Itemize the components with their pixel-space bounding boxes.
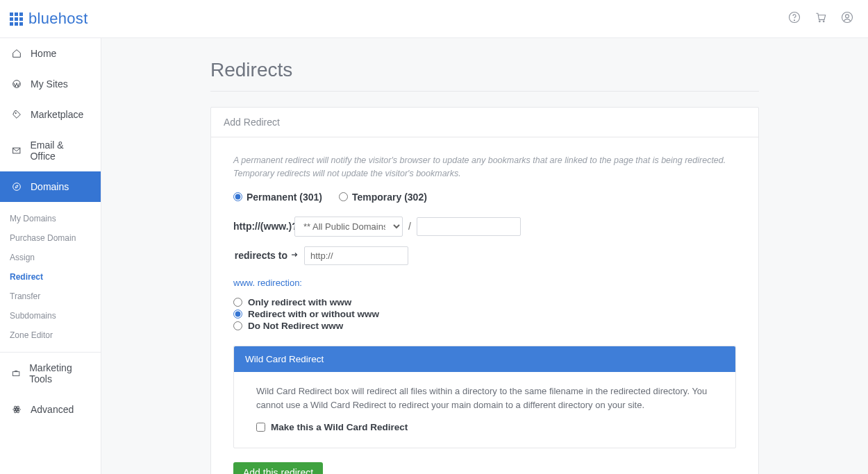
title-divider	[210, 91, 759, 92]
wildcard-header: Wild Card Redirect	[234, 346, 735, 372]
svg-point-2	[819, 21, 821, 22]
svg-point-9	[13, 183, 21, 191]
svg-point-7	[15, 112, 16, 113]
wildcard-box: Wild Card Redirect Wild Card Redirect bo…	[233, 346, 736, 448]
sidebar-item-label: Home	[31, 48, 56, 59]
source-row: http://(www.)? ** All Public Domains ** …	[233, 217, 736, 237]
briefcase-icon	[11, 368, 21, 379]
wildcard-checkbox-row[interactable]: Make this a Wild Card Redirect	[256, 422, 713, 432]
subnav-purchase-domain[interactable]: Purchase Domain	[10, 228, 101, 248]
sidebar-item-advanced[interactable]: Advanced	[0, 394, 101, 425]
redirects-to-text: redirects to	[235, 250, 287, 261]
radio-permanent-label: Permanent (301)	[247, 192, 322, 203]
svg-point-11	[16, 409, 18, 411]
sidebar-item-label: Marketing Tools	[29, 362, 90, 384]
radio-permanent-input[interactable]	[233, 192, 242, 201]
logo-icon	[10, 12, 23, 26]
sidebar-item-home[interactable]: Home	[0, 38, 101, 69]
cart-icon[interactable]	[814, 10, 828, 27]
redirects-to-input[interactable]	[304, 246, 408, 265]
svg-point-3	[823, 21, 824, 22]
svg-rect-10	[12, 372, 19, 376]
radio-permanent[interactable]: Permanent (301)	[233, 192, 322, 203]
brand-text: bluehost	[28, 10, 88, 28]
arrow-right-icon	[290, 250, 299, 261]
sidebar-item-my-sites[interactable]: My Sites	[0, 69, 101, 99]
page-title: Redirects	[210, 59, 759, 81]
tag-icon	[11, 109, 22, 120]
wildcard-checkbox-label: Make this a Wild Card Redirect	[271, 422, 408, 432]
radio-temporary-input[interactable]	[339, 192, 348, 201]
subnav-assign[interactable]: Assign	[10, 248, 101, 267]
subnav-redirect[interactable]: Redirect	[10, 267, 101, 287]
sidebar-item-label: Advanced	[31, 404, 74, 415]
path-input[interactable]	[417, 217, 521, 236]
subnav-domains: My Domains Purchase Domain Assign Redire…	[0, 202, 101, 353]
mail-icon	[11, 145, 22, 156]
radio-temporary[interactable]: Temporary (302)	[339, 192, 427, 203]
sidebar-item-label: Domains	[31, 181, 69, 192]
helper-text: A permanent redirect will notify the vis…	[233, 154, 736, 180]
sidebar: Home My Sites Marketplace Email & Office…	[0, 38, 101, 474]
www-option-both[interactable]: Redirect with or without www	[233, 308, 736, 320]
sidebar-item-label: Email & Office	[30, 139, 90, 162]
www-option-only-label: Only redirect with www	[248, 297, 351, 307]
atom-icon	[11, 404, 22, 415]
svg-point-4	[842, 12, 853, 23]
www-radio-none[interactable]	[233, 321, 242, 330]
card-header: Add Redirect	[211, 108, 758, 137]
sidebar-item-label: Marketplace	[31, 109, 83, 120]
www-option-none-label: Do Not Redirect www	[248, 321, 343, 331]
subnav-zone-editor[interactable]: Zone Editor	[10, 325, 101, 345]
wildcard-description: Wild Card Redirect box will redirect all…	[256, 384, 713, 412]
brand[interactable]: bluehost	[10, 10, 88, 28]
help-icon[interactable]	[787, 10, 801, 27]
target-row: redirects to	[233, 246, 736, 265]
www-option-none[interactable]: Do Not Redirect www	[233, 320, 736, 332]
sidebar-item-label: My Sites	[31, 78, 68, 90]
subnav-subdomains[interactable]: Subdomains	[10, 306, 101, 325]
www-options: Only redirect with www Redirect with or …	[233, 296, 736, 332]
topbar: bluehost	[0, 0, 868, 38]
radio-temporary-label: Temporary (302)	[352, 192, 427, 203]
www-option-only[interactable]: Only redirect with www	[233, 296, 736, 308]
www-section-label: www. redirection:	[233, 278, 736, 288]
topbar-actions	[787, 10, 854, 27]
sidebar-item-marketing-tools[interactable]: Marketing Tools	[0, 353, 101, 394]
user-icon[interactable]	[840, 10, 854, 27]
svg-point-1	[794, 20, 795, 21]
sidebar-item-email-office[interactable]: Email & Office	[0, 130, 101, 171]
domain-select[interactable]: ** All Public Domains **	[294, 217, 403, 237]
sidebar-item-marketplace[interactable]: Marketplace	[0, 99, 101, 130]
add-redirect-card: Add Redirect A permanent redirect will n…	[210, 107, 759, 474]
subnav-transfer[interactable]: Transfer	[10, 287, 101, 306]
slash-separator: /	[408, 221, 411, 232]
www-radio-only[interactable]	[233, 298, 242, 307]
add-redirect-button[interactable]: Add this redirect	[233, 462, 323, 474]
http-prefix-label: http://(www.)?	[233, 221, 289, 232]
subnav-my-domains[interactable]: My Domains	[10, 209, 101, 228]
svg-point-5	[846, 15, 849, 18]
compass-icon	[11, 181, 22, 192]
redirects-to-label: redirects to	[233, 250, 299, 261]
wildcard-checkbox[interactable]	[256, 423, 265, 432]
wordpress-icon	[11, 78, 22, 90]
www-option-both-label: Redirect with or without www	[248, 309, 379, 319]
sidebar-item-domains[interactable]: Domains	[0, 171, 101, 202]
svg-rect-8	[13, 148, 20, 153]
main-content: Redirects Add Redirect A permanent redir…	[101, 38, 868, 474]
www-radio-both[interactable]	[233, 310, 242, 319]
home-icon	[11, 48, 22, 59]
redirect-type-row: Permanent (301) Temporary (302)	[233, 192, 736, 203]
